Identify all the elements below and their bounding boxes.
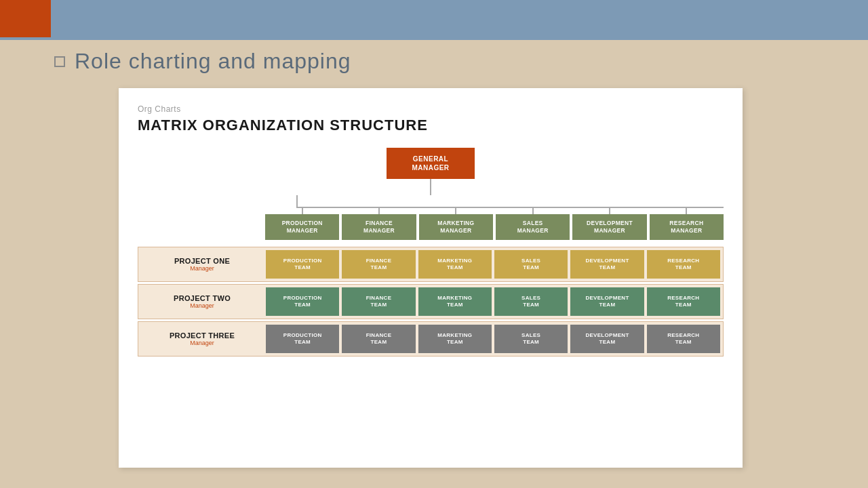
gm-box: GENERAL MANAGER: [387, 148, 475, 179]
top-bar: [0, 0, 868, 37]
team-box-2-0: PRODUCTION TEAM: [266, 325, 339, 353]
project-row-1: PROJECT TWOManagerPRODUCTION TEAMFINANCE…: [138, 284, 724, 319]
slide-title-area: Role charting and mapping: [54, 49, 351, 74]
org-subtitle: Org Charts: [138, 104, 724, 114]
manager-box-4: DEVELOPMENT MANAGER: [572, 214, 646, 240]
chart-area: GENERAL MANAGER PRODUCTION MANAGERFINANC…: [138, 148, 724, 357]
team-box-0-4: DEVELOPMENT TEAM: [570, 250, 644, 279]
project-row-2: PROJECT THREEManagerPRODUCTION TEAMFINAN…: [138, 321, 724, 357]
team-box-1-1: FINANCE TEAM: [342, 287, 415, 316]
team-box-1-3: SALES TEAM: [494, 287, 568, 316]
org-chart-card: Org Charts MATRIX ORGANIZATION STRUCTURE…: [119, 88, 743, 468]
v-ticks: [265, 207, 724, 214]
gm-row: GENERAL MANAGER: [138, 148, 724, 179]
team-box-0-1: FINANCE TEAM: [342, 250, 415, 279]
team-box-1-5: RESEARCH TEAM: [647, 287, 720, 316]
bullet-checkbox: [54, 56, 65, 67]
manager-box-3: SALES MANAGER: [496, 214, 570, 240]
manager-box-1: FINANCE MANAGER: [342, 214, 416, 240]
v-tick-1: [265, 207, 339, 214]
h-line-managers: [265, 195, 724, 207]
project-row-0: PROJECT ONEManagerPRODUCTION TEAMFINANCE…: [138, 247, 724, 282]
projects-container: PROJECT ONEManagerPRODUCTION TEAMFINANCE…: [138, 247, 724, 357]
team-box-1-4: DEVELOPMENT TEAM: [570, 287, 644, 316]
team-box-2-1: FINANCE TEAM: [342, 325, 415, 353]
project-cells-2: PRODUCTION TEAMFINANCE TEAMMARKETING TEA…: [266, 322, 723, 356]
team-box-1-0: PRODUCTION TEAM: [266, 287, 339, 316]
v-tick-6: [650, 207, 724, 214]
project-sub-0: Manager: [190, 265, 214, 272]
team-box-2-2: MARKETING TEAM: [418, 325, 492, 353]
project-name-0: PROJECT ONE: [174, 257, 230, 265]
team-box-2-3: SALES TEAM: [494, 325, 568, 353]
org-title: MATRIX ORGANIZATION STRUCTURE: [138, 117, 724, 134]
manager-box-2: MARKETING MANAGER: [419, 214, 493, 240]
project-sub-2: Manager: [190, 340, 214, 346]
team-box-2-4: DEVELOPMENT TEAM: [570, 325, 644, 353]
team-box-0-0: PRODUCTION TEAM: [266, 250, 339, 279]
project-cells-1: PRODUCTION TEAMFINANCE TEAMMARKETING TEA…: [266, 285, 723, 319]
project-sub-1: Manager: [190, 302, 214, 309]
v-tick-3: [419, 207, 493, 214]
project-cells-0: PRODUCTION TEAMFINANCE TEAMMARKETING TEA…: [266, 247, 723, 281]
project-name-2: PROJECT THREE: [170, 331, 235, 340]
v-tick-5: [572, 207, 646, 214]
project-label-2: PROJECT THREEManager: [138, 322, 266, 356]
team-box-2-5: RESEARCH TEAM: [647, 325, 720, 353]
v-tick-2: [342, 207, 416, 214]
v-tick-4: [496, 207, 570, 214]
team-box-0-5: RESEARCH TEAM: [647, 250, 720, 279]
managers-row: PRODUCTION MANAGERFINANCE MANAGERMARKETI…: [265, 214, 724, 240]
slide-title-text: Role charting and mapping: [75, 49, 351, 74]
top-bar-blue: [51, 0, 868, 37]
project-label-0: PROJECT ONEManager: [138, 247, 266, 281]
manager-box-5: RESEARCH MANAGER: [650, 214, 724, 240]
project-name-1: PROJECT TWO: [174, 294, 231, 302]
gm-connector: [138, 179, 724, 195]
team-box-0-2: MARKETING TEAM: [418, 250, 492, 279]
team-box-0-3: SALES TEAM: [494, 250, 568, 279]
project-label-1: PROJECT TWOManager: [138, 285, 266, 319]
team-box-1-2: MARKETING TEAM: [418, 287, 492, 316]
top-bar-orange: [0, 0, 51, 37]
accent-line: [0, 37, 868, 40]
manager-box-0: PRODUCTION MANAGER: [265, 214, 339, 240]
